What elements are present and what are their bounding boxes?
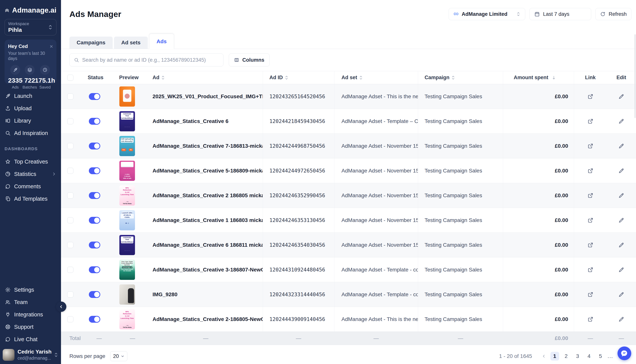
external-link-button[interactable] [587,167,594,174]
edit-button[interactable] [617,192,625,199]
sidebar-item-top-creatives[interactable]: Top Creatives [5,156,56,167]
external-link-button[interactable] [587,93,594,100]
ad-preview-thumbnail[interactable]: Launch 100sof Ads in <1min. [119,210,135,230]
sidebar-item-support[interactable]: Support [5,321,56,332]
ad-name[interactable]: 2025_WK25_V01_Product_Focused_IMG+TEXT_C [149,84,263,109]
edit-button[interactable] [617,93,625,100]
page-button-4[interactable]: 4 [585,352,593,360]
external-link-button[interactable] [587,266,594,274]
ad-name[interactable]: AdManage_Statics_Creative 5-186809-micka… [149,158,263,183]
edit-button[interactable] [617,241,625,249]
tab-campaigns[interactable]: Campaigns [69,36,113,49]
ad-name[interactable]: AdManage_Statics_Creative 6 186811 micka… [149,233,263,257]
column-header-campaign[interactable]: Campaign [418,71,503,84]
edit-button[interactable] [617,266,625,274]
ad-preview-thumbnail[interactable]: 90%Reductionin AdLaunching Time [119,309,135,329]
ad-name[interactable]: AdManage_Statics_Creative 2 186805 micka… [149,183,263,208]
column-header-ad-id[interactable]: Ad ID [263,71,334,84]
row-checkbox[interactable] [67,94,73,100]
column-header-ad[interactable]: Ad [149,71,263,84]
sidebar-item-ad-inspiration[interactable]: Ad Inspiration [5,127,56,139]
row-checkbox[interactable] [67,267,73,273]
sidebar-item-live-chat[interactable]: Live Chat [5,334,56,345]
date-range-selector[interactable]: Last 7 days [529,8,591,20]
row-checkbox[interactable] [67,168,73,174]
tab-ad-sets[interactable]: Ad sets [114,36,148,49]
page-button-3[interactable]: 3 [573,352,582,360]
row-checkbox[interactable] [67,242,73,248]
status-toggle[interactable] [89,118,100,125]
rows-per-page-select[interactable]: 20 [110,351,127,361]
status-toggle[interactable] [89,316,100,323]
ad-preview-thumbnail[interactable] [119,284,135,304]
status-toggle[interactable] [89,217,100,224]
user-menu[interactable]: Cedric Yarish ced@admanag... [3,348,58,362]
page-button-1[interactable]: 1 [550,352,559,360]
column-header-ad-set[interactable]: Ad set [334,71,418,84]
workspace-selector[interactable]: Workspace Pihla [5,19,56,36]
column-header-amount-spent[interactable]: Amount spent [503,71,574,84]
external-link-button[interactable] [587,316,594,323]
status-toggle[interactable] [89,142,100,150]
sidebar-item-library[interactable]: Library [5,115,56,126]
sidebar-item-comments[interactable]: Comments [5,181,56,192]
ad-preview-thumbnail[interactable]: Automate YourAd Workflows [119,111,135,131]
app-logo[interactable]: Admanage.ai [5,6,56,15]
edit-button[interactable] [617,216,625,224]
external-link-button[interactable] [587,216,594,224]
ad-account-selector[interactable]: ∞ AdManage Limited [449,8,525,20]
tab-ads[interactable]: Ads [149,34,174,49]
live-chat-widget-button[interactable] [617,346,631,360]
external-link-button[interactable] [587,192,594,199]
sidebar-item-settings[interactable]: Settings [5,284,56,296]
ad-preview-thumbnail[interactable]: 90%Reductionin AdLaunching Time [119,186,135,206]
ad-preview-thumbnail[interactable]: Still UploadingAds Manually? [119,136,135,156]
ad-name[interactable]: IMG_9280 [149,282,263,307]
status-toggle[interactable] [89,192,100,199]
ad-name[interactable]: AdManage_Statics_Creative 3-186807-NewCr… [149,258,263,282]
previous-page-button[interactable] [540,352,548,360]
external-link-button[interactable] [587,291,594,298]
status-toggle[interactable] [89,167,100,174]
close-icon[interactable]: × [50,44,53,49]
ad-preview-thumbnail[interactable]: 1 click1 minute100s of ads [119,161,135,181]
page-button-2[interactable]: 2 [562,352,571,360]
status-toggle[interactable] [89,266,100,273]
sidebar-item-ad-templates[interactable]: Ad Templates [5,193,56,204]
sidebar-item-launch[interactable]: Launch [5,90,56,102]
sidebar-item-integrations[interactable]: Integrations [5,309,56,320]
columns-button[interactable]: Columns [229,54,270,66]
search-input[interactable] [82,57,219,63]
sidebar-collapse-button[interactable] [56,302,66,312]
refresh-button[interactable]: Refresh [595,8,631,20]
ad-name[interactable]: AdManage_Statics_Creative 7-186813-micka… [149,134,263,158]
edit-button[interactable] [617,142,625,150]
row-checkbox[interactable] [67,292,73,298]
status-toggle[interactable] [89,93,100,100]
ad-name[interactable]: AdManage_Statics_Creative 6 [149,109,263,134]
edit-button[interactable] [617,118,625,125]
row-checkbox[interactable] [67,217,73,223]
row-checkbox[interactable] [67,118,73,124]
page-button-5[interactable]: 5 [596,352,605,360]
ad-preview-thumbnail[interactable] [119,86,135,106]
edit-button[interactable] [617,167,625,174]
row-checkbox[interactable] [67,143,73,149]
select-all-checkbox[interactable] [67,75,73,81]
ad-preview-thumbnail[interactable]: Automate YourAd Workflows [119,235,135,255]
edit-button[interactable] [617,316,625,323]
ad-name[interactable]: AdManage_Statics_Creative 1 186803 micka… [149,208,263,232]
external-link-button[interactable] [587,241,594,249]
scrollbar[interactable] [634,34,635,118]
edit-button[interactable] [617,291,625,298]
sidebar-item-team[interactable]: Team [5,296,56,308]
external-link-button[interactable] [587,142,594,150]
row-checkbox[interactable] [67,192,73,198]
status-toggle[interactable] [89,242,100,248]
status-toggle[interactable] [89,291,100,298]
sidebar-item-upload[interactable]: Upload [5,102,56,114]
row-checkbox[interactable] [67,316,73,322]
sidebar-item-statistics[interactable]: Statistics [5,168,56,180]
ad-preview-thumbnail[interactable]: Free Your TeamFrom RepetitiveUploads.Adm… [119,260,135,280]
external-link-button[interactable] [587,118,594,125]
